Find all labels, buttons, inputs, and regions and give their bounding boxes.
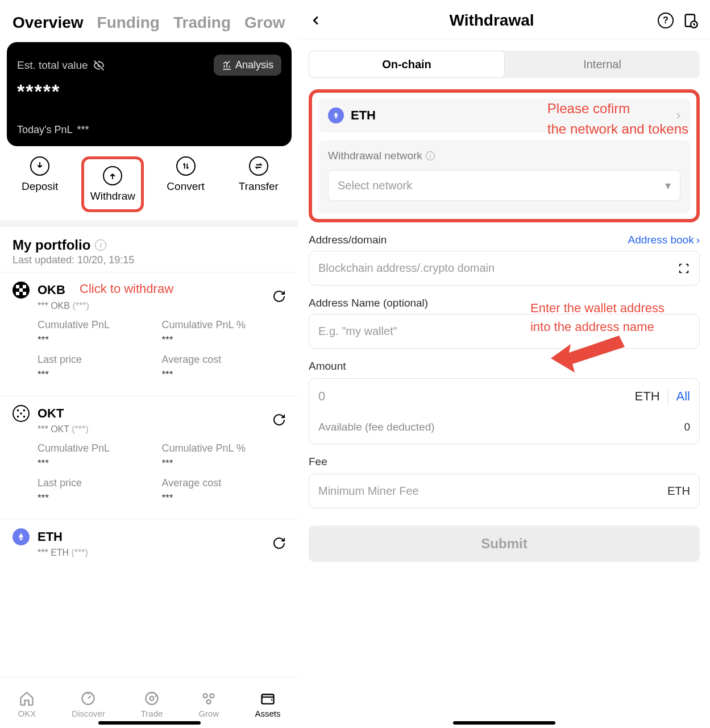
nav-grow-label: Grow [198,709,219,718]
segment-internal[interactable]: Internal [505,51,700,78]
nav-trade[interactable]: Trade [141,690,163,718]
submit-button[interactable]: Submit [309,526,700,562]
pnl-value: *** [77,124,89,136]
asset-holding: *** ETH [38,548,69,557]
svg-rect-1 [23,285,26,288]
last-price-label: Last price [38,477,162,489]
cum-pnl-pct-value: *** [162,458,287,469]
cum-pnl-pct-label: Cumulative PnL % [162,442,287,454]
caret-down-icon: ▾ [665,179,671,192]
withdraw-icon [103,166,122,185]
avg-cost-value: *** [162,493,287,504]
nav-discover[interactable]: Discover [72,690,105,718]
asset-okt[interactable]: OKT *** OKT (***) Cumulative PnL Cumulat… [0,396,298,519]
network-placeholder: Select network [338,179,412,192]
amount-input[interactable]: 0 [318,389,627,404]
bottom-nav: OKX Discover Trade Grow Assets [0,677,298,728]
amount-input-box: 0 ETH All Available (fee deducted) 0 [309,378,700,444]
withdraw-button[interactable]: Withdraw [81,156,144,212]
network-selector[interactable]: Select network ▾ [328,170,680,201]
nav-trade-label: Trade [141,709,163,718]
deposit-button[interactable]: Deposit [9,156,71,212]
analysis-button[interactable]: Analysis [214,55,281,76]
tab-overview[interactable]: Overview [13,14,84,32]
transfer-icon [249,156,268,176]
asset-holding-paren: (***) [72,301,89,311]
fee-unit: ETH [667,485,690,498]
fee-label: Fee [309,456,700,468]
last-price-value: *** [38,493,162,504]
annotation-highlight-box: ETH › Withdrawal network i Select networ… [309,89,700,222]
address-placeholder: Blockchain address/.crypto domain [318,262,495,275]
address-name-input[interactable]: E.g. "my wallet" [309,314,700,349]
nav-grow[interactable]: Grow [198,690,219,718]
refresh-icon[interactable] [272,536,286,550]
help-icon[interactable]: ? [658,13,674,28]
asset-okb[interactable]: OKB *** OKB (***) Cumulative PnL Cumulat… [0,272,298,396]
segment-onchain[interactable]: On-chain [309,51,505,78]
nav-okx-label: OKX [18,709,36,718]
convert-button[interactable]: Convert [155,156,217,212]
history-icon[interactable] [683,13,699,28]
transfer-button[interactable]: Transfer [227,156,290,212]
eye-off-icon[interactable] [93,59,105,72]
refresh-icon[interactable] [272,413,286,427]
segment-control: On-chain Internal [309,51,700,78]
svg-point-14 [210,694,214,698]
token-selector[interactable]: ETH › [318,98,691,133]
svg-rect-9 [23,416,25,417]
info-icon[interactable]: i [95,239,106,251]
fee-input[interactable]: Minimum Miner Fee ETH [309,474,700,508]
balance-hidden-value: ***** [17,80,281,102]
tab-grow[interactable]: Grow [244,14,285,32]
home-indicator [98,721,201,725]
asset-holding: *** OKB [38,301,70,311]
svg-point-13 [204,694,207,698]
balance-card: Est. total value Analysis ***** Today's … [7,42,292,146]
est-value-label: Est. total value [17,59,88,72]
analysis-label: Analysis [235,59,273,71]
svg-rect-7 [20,412,22,414]
svg-rect-0 [16,285,19,288]
last-price-value: *** [38,369,162,380]
asset-symbol: OKB [38,283,65,297]
okt-icon [13,405,30,422]
chevron-right-icon: › [676,108,680,123]
avg-cost-label: Average cost [162,477,287,489]
asset-holding-paren: (***) [72,424,88,434]
amount-label: Amount [309,360,700,373]
address-input[interactable]: Blockchain address/.crypto domain [309,251,700,286]
avg-cost-label: Average cost [162,354,287,366]
tab-funding[interactable]: Funding [97,14,160,32]
scan-icon[interactable] [678,262,690,275]
home-indicator [453,721,555,725]
svg-point-15 [207,700,211,704]
svg-rect-5 [17,410,19,411]
refresh-icon[interactable] [272,289,286,303]
info-icon[interactable]: i [426,151,435,160]
chevron-right-icon: › [696,234,700,246]
eth-icon [13,528,30,545]
cum-pnl-pct-label: Cumulative PnL % [162,319,287,331]
convert-icon [176,156,196,176]
svg-rect-6 [23,410,25,411]
transfer-label: Transfer [239,180,279,193]
back-button[interactable] [310,13,326,28]
nav-assets[interactable]: Assets [255,690,280,718]
withdraw-label: Withdraw [90,190,135,202]
amount-all-button[interactable]: All [669,389,690,404]
svg-rect-2 [19,288,23,292]
svg-point-11 [146,693,158,705]
avg-cost-value: *** [162,369,287,380]
tab-trading[interactable]: Trading [173,14,231,32]
cum-pnl-value: *** [38,334,162,346]
available-value: 0 [684,421,690,433]
nav-okx[interactable]: OKX [18,690,36,718]
address-name-placeholder: E.g. "my wallet" [318,325,397,338]
svg-point-12 [150,697,154,701]
address-book-link[interactable]: Address book › [628,234,700,246]
cum-pnl-pct-value: *** [162,334,287,346]
asset-eth[interactable]: ETH *** ETH (***) [0,519,298,568]
portfolio-title: My portfolio [13,237,90,253]
address-label: Address/domain [309,234,387,246]
